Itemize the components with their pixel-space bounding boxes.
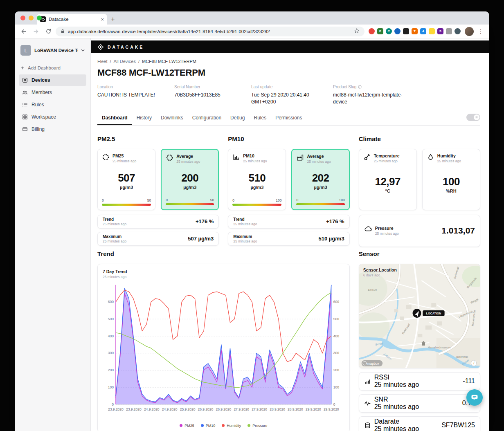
maximum-strip-pm25: Maximum 25 minutes ago 507 µg/m3 (97, 232, 219, 246)
gauge-max: 100 (276, 198, 281, 202)
mapbox-watermark: mapbox (361, 360, 382, 366)
metric-title: Average (176, 154, 200, 159)
add-dashboard-button[interactable]: Add Dashboard (20, 65, 85, 70)
extension-icon[interactable] (429, 28, 435, 34)
extension-icon[interactable] (403, 28, 409, 34)
datarate-strip: Datarate 25 minutes ago SF7BW125 (359, 416, 480, 431)
extension-icon[interactable]: 4 (420, 28, 426, 34)
rssi-strip: RSSI 25 minutes ago -111 (359, 372, 480, 391)
maximize-window-button[interactable] (37, 16, 42, 20)
strip-title: Maximum (233, 234, 257, 239)
svg-text:29.9.2020: 29.9.2020 (306, 407, 321, 411)
signal-bars-icon (364, 378, 371, 385)
metric-time: 25 minutes ago (307, 159, 331, 164)
browser-tab[interactable]: Datacake × (37, 14, 107, 25)
extension-icon[interactable] (369, 28, 375, 34)
metric-value: 507 (118, 172, 135, 184)
breadcrumb-separator: / (138, 59, 140, 64)
close-window-button[interactable] (20, 16, 25, 20)
gauge-min: 0 (102, 198, 104, 202)
puzzle-extension-icon[interactable] (454, 28, 461, 34)
workspace-avatar: L (20, 45, 31, 56)
sidebar-item-workspace[interactable]: Workspace (19, 111, 86, 123)
breadcrumb-fleet[interactable]: Fleet (97, 59, 107, 64)
new-tab-button[interactable]: + (108, 14, 118, 24)
breadcrumb-separator: / (110, 59, 111, 64)
reload-icon[interactable] (43, 27, 53, 36)
info-icon[interactable] (358, 85, 362, 89)
gauge-bar (296, 203, 344, 205)
trend-chart-card: 7 Day Trend 25 minutes ago 0010010020020… (97, 264, 350, 431)
browser-menu-icon[interactable]: ⋮ (476, 28, 485, 35)
metric-unit: µg/m3 (120, 185, 133, 190)
metric-card-humidity: Humidity 25 minutes ago 100 %RH (422, 149, 480, 210)
trend-strip-pm25: Trend 25 minutes ago +176 % (97, 215, 219, 229)
meta-last-update: Last update Tue Sep 29 2020 20:41:40 GMT… (251, 85, 333, 106)
tab-debug[interactable]: Debug (226, 112, 249, 125)
chart-legend: PM25 PM10 Humidity Pressure (103, 422, 344, 429)
tab-configuration[interactable]: Configuration (188, 112, 226, 125)
section-climate: Climate Temperature 25 minutes ago (359, 132, 480, 247)
brand-bar: DATACAKE (91, 40, 489, 53)
legend-item[interactable]: PM10 (201, 424, 216, 428)
extension-icon[interactable]: C (386, 28, 392, 34)
section-sensor: Sensor (359, 247, 480, 431)
window-controls (20, 16, 42, 20)
tab-history[interactable]: History (132, 112, 156, 125)
chevron-down-icon (81, 49, 85, 52)
metric-title: Temperature (374, 153, 400, 158)
minimize-window-button[interactable] (29, 16, 34, 20)
sidebar-item-billing[interactable]: Billing (19, 123, 86, 135)
svg-text:28.9.2020: 28.9.2020 (270, 407, 285, 411)
extension-icon[interactable]: S (437, 28, 443, 34)
sidebar-item-members[interactable]: Members (19, 87, 86, 98)
snr-strip: SNR 25 minutes ago 0.75 (359, 394, 480, 413)
gauge-bar (166, 203, 214, 205)
legend-item[interactable]: PM25 (180, 424, 194, 428)
back-icon[interactable] (19, 27, 29, 36)
dashboard-mode-toggle[interactable] (466, 114, 480, 121)
bookmark-star-icon[interactable] (354, 28, 360, 35)
section-pm25: PM2.5 PM25 25 minutes ago (97, 132, 219, 247)
trend-chart[interactable]: 0010010020020030030040040050050060060023… (103, 281, 344, 422)
legend-item[interactable]: Humidity (222, 424, 241, 428)
workspace-selector[interactable]: L LoRaWAN Device Tem... (19, 44, 86, 56)
svg-text:Hamalandmuseum: Hamalandmuseum (428, 346, 450, 349)
breadcrumb-all-devices[interactable]: All Devices (114, 59, 136, 64)
metric-time: 25 minutes ago (437, 159, 461, 163)
tab-permissions[interactable]: Permissions (271, 112, 306, 125)
section-title: Sensor (359, 250, 480, 257)
legend-item[interactable]: Pressure (248, 424, 267, 428)
url-bar[interactable]: app.datacake.de/lorawan-device-templates… (56, 27, 364, 36)
svg-text:300: 300 (108, 351, 114, 355)
chat-launcher-button[interactable] (466, 389, 483, 406)
strip-title: Trend (103, 217, 126, 222)
tab-downlinks[interactable]: Downlinks (156, 112, 188, 125)
profile-avatar[interactable] (465, 27, 474, 36)
map-info-icon[interactable]: i (471, 360, 476, 366)
sidebar-item-rules[interactable]: Rules (19, 99, 86, 110)
tab-close-icon[interactable]: × (101, 17, 104, 22)
page-title: MCF88 MCF-LW12TERPM (97, 67, 480, 78)
gauge-min: 0 (232, 198, 234, 202)
extension-icon[interactable] (394, 28, 400, 34)
metric-card-pm25: PM25 25 minutes ago 507 µg/m3 (97, 149, 155, 210)
extension-icon[interactable]: T (412, 28, 418, 34)
forward-icon[interactable] (31, 27, 41, 36)
extension-icon[interactable] (446, 28, 452, 34)
chart-title: 7 Day Trend (103, 269, 127, 274)
meta-value: 70B3D58FF1013E85 (174, 92, 245, 99)
strip-value: +176 % (326, 218, 344, 224)
metric-card-pm10: PM10 25 minutes ago 510 µg/m3 (228, 149, 286, 210)
sensor-map-card[interactable]: WindmühlentorButenwallBurgstraßeSteggeAl… (359, 264, 480, 368)
tab-rules[interactable]: Rules (249, 112, 271, 125)
svg-text:300: 300 (333, 351, 339, 355)
sidebar-item-devices[interactable]: Devices (19, 74, 86, 86)
strip-time: 25 minutes ago (374, 403, 419, 411)
workspace-name: LoRaWAN Device Tem... (34, 48, 78, 53)
map[interactable]: WindmühlentorButenwallBurgstraßeSteggeAl… (359, 264, 480, 368)
metric-unit: %RH (446, 189, 457, 193)
extension-icon[interactable]: F (377, 28, 383, 34)
metric-time: 25 minutes ago (176, 159, 200, 164)
tab-dashboard[interactable]: Dashboard (97, 112, 132, 125)
